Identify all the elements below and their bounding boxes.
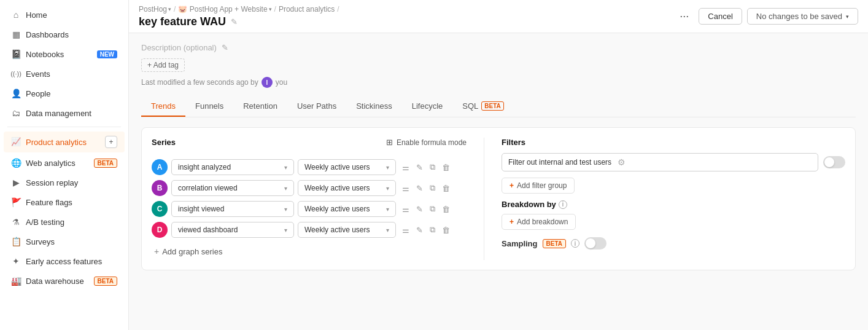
filter-settings-icon[interactable]: ⚙ xyxy=(618,157,626,167)
series-c-event-select[interactable]: insight viewed ▾ xyxy=(171,201,294,217)
early-access-icon: ✦ xyxy=(11,256,21,266)
product-analytics-icon: 📈 xyxy=(11,137,21,147)
series-d-actions: ⚌ ✎ ⧉ 🗑 xyxy=(400,223,452,237)
sidebar-item-label: Feature flags xyxy=(26,198,72,207)
edit-title-button[interactable]: ✎ xyxy=(230,16,239,28)
breadcrumb-posthog[interactable]: PostHog ▾ xyxy=(139,5,171,14)
filter-row: Filter out internal and test users ⚙ xyxy=(502,153,845,171)
tab-sql[interactable]: SQL BETA xyxy=(452,96,514,117)
add-product-analytics-button[interactable]: + xyxy=(105,136,117,148)
sidebar-item-data-management[interactable]: 🗂 Data management xyxy=(4,104,125,122)
add-breakdown-plus-icon: + xyxy=(510,218,514,226)
series-filters-panel: Series ⊞ Enable formula mode A insight a… xyxy=(141,127,856,270)
session-replay-icon: ▶ xyxy=(11,178,21,187)
sidebar-item-product-analytics[interactable]: 📈 Product analytics + xyxy=(4,132,125,152)
series-c-filter-button[interactable]: ⚌ xyxy=(400,203,412,216)
filter-toggle[interactable] xyxy=(823,156,845,168)
sampling-toggle[interactable] xyxy=(584,237,606,249)
series-c-metric-select[interactable]: Weekly active users ▾ xyxy=(298,201,396,217)
notebooks-icon: 📓 xyxy=(11,49,21,59)
series-column: Series ⊞ Enable formula mode A insight a… xyxy=(152,138,467,260)
tab-lifecycle-label: Lifecycle xyxy=(412,101,443,111)
sidebar-item-people[interactable]: 👤 People xyxy=(4,84,125,103)
add-tag-button[interactable]: + Add tag xyxy=(141,58,185,72)
series-b-copy-button[interactable]: ⧉ xyxy=(427,181,438,195)
edit-description-button[interactable]: ✎ xyxy=(220,42,230,53)
breadcrumb-posthog-chevron: ▾ xyxy=(168,6,171,12)
sidebar-item-label: Notebooks xyxy=(26,50,64,59)
sidebar-item-early-access[interactable]: ✦ Early access features xyxy=(4,252,125,270)
series-b-event-label: correlation viewed xyxy=(178,184,238,192)
sidebar-item-home[interactable]: ⌂ Home xyxy=(4,6,125,24)
breadcrumb-app-chevron: ▾ xyxy=(269,6,272,12)
series-c-copy-button[interactable]: ⧉ xyxy=(427,202,438,216)
web-analytics-badge: BETA xyxy=(94,159,117,168)
series-b-edit-button[interactable]: ✎ xyxy=(414,182,425,195)
series-b-metric-chevron-icon: ▾ xyxy=(386,185,389,192)
series-c-event-label: insight viewed xyxy=(178,205,224,213)
cancel-button[interactable]: Cancel xyxy=(699,8,742,25)
add-breakdown-button[interactable]: + Add breakdown xyxy=(502,214,576,230)
sidebar-item-session-replay[interactable]: ▶ Session replay xyxy=(4,173,125,192)
breadcrumb: PostHog ▾ / 🐷 PostHog App + Website ▾ / … xyxy=(139,5,670,14)
series-b-metric-select[interactable]: Weekly active users ▾ xyxy=(298,180,396,196)
series-c-delete-button[interactable]: 🗑 xyxy=(440,203,452,216)
modified-text: Last modified a few seconds ago by xyxy=(141,78,258,87)
series-row-a: A insight analyzed ▾ Weekly active users… xyxy=(152,159,467,175)
breakdown-info-icon[interactable]: i xyxy=(559,200,567,209)
series-d-edit-button[interactable]: ✎ xyxy=(414,224,425,237)
series-d-filter-button[interactable]: ⚌ xyxy=(400,224,412,237)
breadcrumb-app[interactable]: 🐷 PostHog App + Website ▾ xyxy=(178,5,271,14)
topbar-right: ··· Cancel No changes to be saved ▾ xyxy=(675,7,858,25)
people-icon: 👤 xyxy=(11,88,21,98)
add-series-icon: + xyxy=(154,246,159,256)
breadcrumb-product-analytics: Product analytics xyxy=(279,5,335,14)
tab-trends[interactable]: Trends xyxy=(141,96,185,117)
home-icon: ⌂ xyxy=(11,10,21,20)
sidebar-item-web-analytics[interactable]: 🌐 Web analytics BETA xyxy=(4,154,125,172)
tab-user-paths[interactable]: User Paths xyxy=(287,96,346,117)
save-button[interactable]: No changes to be saved ▾ xyxy=(747,8,858,25)
series-d-copy-button[interactable]: ⧉ xyxy=(427,223,438,237)
sidebar-item-dashboards[interactable]: ▦ Dashboards xyxy=(4,25,125,44)
add-filter-plus-icon: + xyxy=(510,181,514,190)
series-d-metric-select[interactable]: Weekly active users ▾ xyxy=(298,222,396,238)
tab-lifecycle[interactable]: Lifecycle xyxy=(402,96,453,117)
page-title-row: key feature WAU ✎ xyxy=(139,15,670,28)
sidebar-item-notebooks[interactable]: 📓 Notebooks NEW xyxy=(4,45,125,63)
series-c-edit-button[interactable]: ✎ xyxy=(414,203,425,216)
series-a-edit-button[interactable]: ✎ xyxy=(414,161,425,174)
series-b-delete-button[interactable]: 🗑 xyxy=(440,182,452,195)
series-d-metric-label: Weekly active users xyxy=(304,226,370,234)
sidebar-item-data-warehouse[interactable]: 🏭 Data warehouse BETA xyxy=(4,272,125,290)
more-options-button[interactable]: ··· xyxy=(675,7,694,25)
main-content: PostHog ▾ / 🐷 PostHog App + Website ▾ / … xyxy=(129,0,868,330)
sampling-title: Sampling xyxy=(502,239,538,248)
series-a-filter-button[interactable]: ⚌ xyxy=(400,161,412,174)
add-series-button[interactable]: + Add graph series xyxy=(152,243,225,260)
filter-input[interactable]: Filter out internal and test users ⚙ xyxy=(502,153,818,171)
sidebar-item-label: A/B testing xyxy=(26,218,64,227)
tab-funnels[interactable]: Funnels xyxy=(185,96,233,117)
sidebar-item-ab-testing[interactable]: ⚗ A/B testing xyxy=(4,213,125,231)
series-a-copy-button[interactable]: ⧉ xyxy=(427,160,438,174)
series-b-event-select[interactable]: correlation viewed ▾ xyxy=(171,180,294,196)
sidebar-item-label: Surveys xyxy=(26,237,55,246)
sampling-info-icon[interactable]: i xyxy=(571,239,579,248)
sidebar-item-feature-flags[interactable]: 🚩 Feature flags xyxy=(4,193,125,211)
series-a-metric-select[interactable]: Weekly active users ▾ xyxy=(298,159,396,175)
add-filter-group-button[interactable]: + Add filter group xyxy=(502,178,575,194)
series-a-event-select[interactable]: insight analyzed ▾ xyxy=(171,159,294,175)
formula-toggle[interactable]: ⊞ Enable formula mode xyxy=(386,138,467,147)
sidebar-item-surveys[interactable]: 📋 Surveys xyxy=(4,232,125,251)
sidebar-item-label: Home xyxy=(26,10,47,20)
series-d-delete-button[interactable]: 🗑 xyxy=(440,224,452,237)
sidebar: ⌂ Home ▦ Dashboards 📓 Notebooks NEW ((·)… xyxy=(0,0,129,330)
sidebar-item-label: Early access features xyxy=(26,257,102,266)
series-b-filter-button[interactable]: ⚌ xyxy=(400,182,412,195)
tab-retention[interactable]: Retention xyxy=(233,96,287,117)
series-a-delete-button[interactable]: 🗑 xyxy=(440,161,452,174)
tab-stickiness[interactable]: Stickiness xyxy=(346,96,402,117)
sidebar-item-events[interactable]: ((·)) Events xyxy=(4,65,125,83)
series-d-event-select[interactable]: viewed dashboard ▾ xyxy=(171,222,294,238)
